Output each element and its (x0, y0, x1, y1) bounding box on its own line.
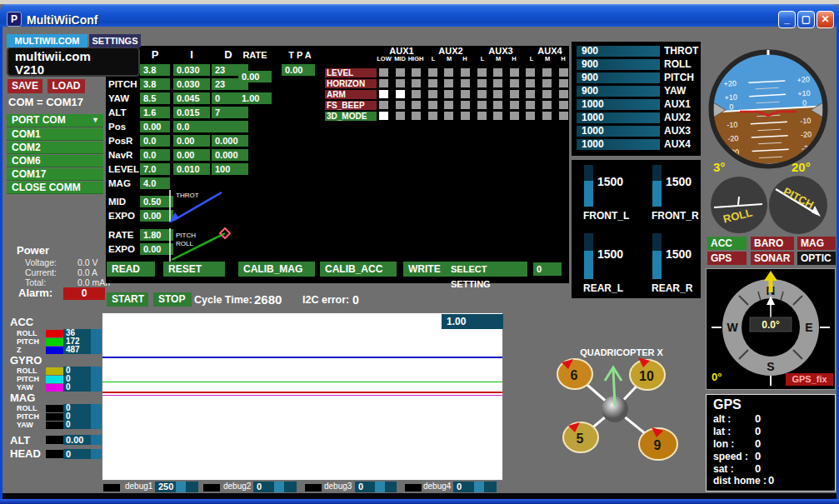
aux-checkbox[interactable] (510, 68, 519, 77)
reset-button[interactable]: RESET (163, 262, 225, 277)
pid-posr-i[interactable]: 0.00 (173, 135, 210, 147)
aux-checkbox[interactable] (412, 101, 421, 109)
aux-checkbox[interactable] (510, 101, 519, 109)
calib-acc-button[interactable]: CALIB_ACC (320, 262, 397, 277)
calib-mag-button[interactable]: CALIB_MAG (238, 262, 315, 277)
aux-checkbox[interactable] (526, 90, 535, 98)
aux-checkbox[interactable] (428, 101, 437, 109)
port-com-dropdown[interactable]: PORT COM ▼ (7, 114, 103, 127)
aux-checkbox[interactable] (526, 101, 535, 109)
aux-checkbox[interactable] (396, 101, 405, 109)
maximize-button[interactable]: ▢ (797, 11, 815, 28)
aux-checkbox[interactable] (542, 101, 552, 109)
read-button[interactable]: READ (107, 262, 155, 277)
pid-pos-p[interactable]: 0.00 (140, 121, 170, 132)
aux-checkbox[interactable] (559, 79, 568, 87)
aux-checkbox[interactable] (510, 90, 519, 98)
pid-roll-i[interactable]: 0.030 (173, 64, 210, 76)
tab-multiwii-com[interactable]: MULTIWII.COM (7, 34, 87, 47)
pid-level-p[interactable]: 7.0 (140, 163, 170, 175)
aux-checkbox[interactable] (461, 101, 470, 109)
aux-checkbox[interactable] (379, 90, 388, 98)
pid-navr-p[interactable]: 0.0 (140, 149, 170, 161)
yaw-rate-box[interactable]: 1.00 (238, 92, 272, 104)
aux-checkbox[interactable] (510, 79, 519, 87)
aux-checkbox[interactable] (396, 79, 405, 87)
port-item-close-comm[interactable]: CLOSE COMM (7, 182, 103, 194)
aux-checkbox[interactable] (493, 112, 502, 120)
aux-checkbox[interactable] (428, 68, 437, 77)
aux-checkbox[interactable] (559, 68, 568, 77)
aux-checkbox[interactable] (412, 68, 421, 77)
aux-checkbox[interactable] (493, 68, 502, 77)
aux-checkbox[interactable] (379, 68, 388, 77)
setting-value-box[interactable]: 0 (533, 262, 562, 276)
aux-checkbox[interactable] (542, 90, 552, 98)
pid-posr-p[interactable]: 0.0 (140, 135, 170, 147)
rollpitch-rate-box[interactable]: 0.00 (238, 71, 272, 82)
aux-checkbox[interactable] (412, 79, 421, 87)
aux-checkbox[interactable] (477, 112, 487, 120)
acc-toggle-button[interactable]: ACC (707, 237, 747, 250)
pid-navr-d[interactable]: 0.000 (212, 149, 248, 161)
aux-checkbox[interactable] (412, 112, 421, 120)
aux-checkbox[interactable] (396, 68, 405, 77)
aux-checkbox[interactable] (444, 112, 453, 120)
tab-settings[interactable]: SETTINGS (89, 34, 141, 47)
pid-level-i[interactable]: 0.010 (173, 163, 210, 175)
aux-checkbox[interactable] (444, 68, 453, 77)
pid-pitch-p[interactable]: 3.8 (140, 78, 170, 90)
baro-toggle-button[interactable]: BARO (751, 237, 794, 250)
aux-checkbox[interactable] (477, 68, 487, 77)
aux-checkbox[interactable] (396, 90, 405, 98)
aux-checkbox[interactable] (526, 112, 535, 120)
load-button[interactable]: LOAD (47, 79, 85, 93)
port-item-com1[interactable]: COM1 (7, 128, 103, 141)
port-item-com17[interactable]: COM17 (7, 168, 103, 181)
pid-roll-p[interactable]: 3.8 (140, 64, 170, 76)
select-setting-button[interactable]: SELECT SETTING (446, 262, 527, 277)
aux-checkbox[interactable] (559, 112, 568, 120)
pid-pos-i[interactable]: 0.0 (173, 121, 248, 132)
aux-checkbox[interactable] (542, 79, 552, 87)
pid-level-d[interactable]: 100 (212, 163, 248, 175)
aux-checkbox[interactable] (444, 79, 453, 87)
pid-alt-i[interactable]: 0.015 (173, 107, 210, 118)
aux-checkbox[interactable] (428, 112, 437, 120)
sonar-toggle-button[interactable]: SONAR (751, 252, 794, 265)
pid-alt-p[interactable]: 1.6 (140, 107, 170, 118)
aux-checkbox[interactable] (559, 90, 568, 98)
port-item-com6[interactable]: COM6 (7, 155, 103, 167)
pid-alt-d[interactable]: 7 (212, 107, 248, 118)
aux-checkbox[interactable] (526, 79, 535, 87)
aux-checkbox[interactable] (428, 90, 437, 98)
aux-checkbox[interactable] (412, 90, 421, 98)
start-button[interactable]: START (107, 292, 148, 307)
optic-toggle-button[interactable]: OPTIC (797, 252, 836, 265)
aux-checkbox[interactable] (379, 101, 388, 109)
aux-checkbox[interactable] (444, 101, 453, 109)
aux-checkbox[interactable] (396, 112, 405, 120)
pid-navr-i[interactable]: 0.00 (173, 149, 210, 161)
aux-checkbox[interactable] (510, 112, 519, 120)
minimize-button[interactable]: _ (778, 11, 796, 28)
title-bar[interactable]: P MultiWiiConf _ ▢ ✕ (0, 4, 839, 27)
aux-checkbox[interactable] (461, 112, 470, 120)
pid-yaw-p[interactable]: 8.5 (140, 92, 170, 104)
aux-checkbox[interactable] (493, 79, 502, 87)
stop-button[interactable]: STOP (153, 292, 192, 307)
aux-checkbox[interactable] (526, 68, 535, 77)
aux-checkbox[interactable] (493, 101, 502, 109)
aux-checkbox[interactable] (428, 79, 437, 87)
aux-checkbox[interactable] (444, 90, 453, 98)
aux-checkbox[interactable] (461, 90, 470, 98)
aux-checkbox[interactable] (379, 112, 388, 120)
aux-checkbox[interactable] (461, 68, 470, 77)
close-button[interactable]: ✕ (817, 11, 834, 28)
aux-checkbox[interactable] (559, 101, 568, 109)
port-item-com2[interactable]: COM2 (7, 142, 103, 154)
tpa-box[interactable]: 0.00 (282, 64, 315, 76)
pid-posr-d[interactable]: 0.000 (212, 135, 248, 147)
save-button[interactable]: SAVE (7, 79, 42, 93)
aux-checkbox[interactable] (542, 68, 552, 77)
